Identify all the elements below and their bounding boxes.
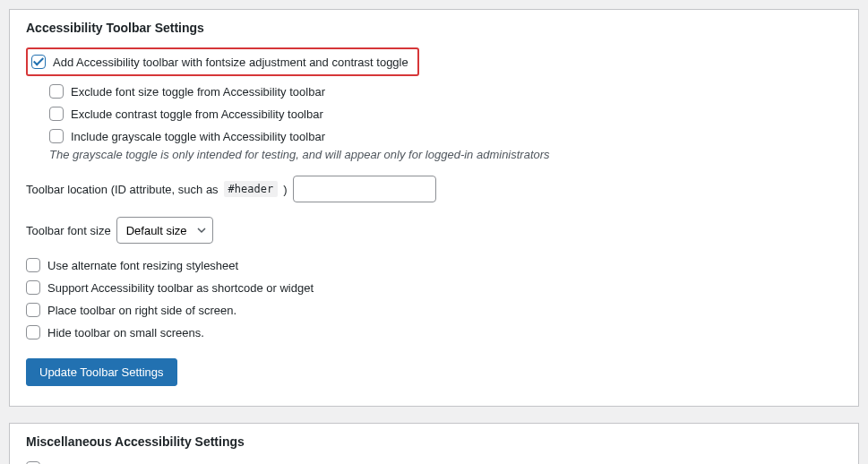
exclude-fontsize-checkbox[interactable]	[49, 84, 64, 99]
panel-title: Miscellaneous Accessibility Settings	[26, 434, 842, 449]
location-label-after: )	[283, 183, 287, 196]
add-toolbar-label[interactable]: Add Accessibility toolbar with fontsize …	[53, 56, 408, 69]
hide-small-label[interactable]: Hide toolbar on small screens.	[47, 326, 204, 339]
highlighted-main-option: Add Accessibility toolbar with fontsize …	[26, 47, 419, 76]
toolbar-fontsize-row: Toolbar font size Default size	[26, 217, 842, 244]
location-code-example: #header	[224, 181, 279, 197]
alternate-resize-checkbox[interactable]	[26, 258, 40, 272]
update-toolbar-settings-button[interactable]: Update Toolbar Settings	[26, 358, 177, 386]
alternate-resize-label[interactable]: Use alternate font resizing stylesheet	[47, 259, 238, 272]
exclude-fontsize-label[interactable]: Exclude font size toggle from Accessibil…	[71, 85, 325, 99]
add-toolbar-checkbox[interactable]	[31, 55, 46, 69]
toolbar-fontsize-select[interactable]: Default size	[116, 217, 213, 244]
exclude-contrast-label[interactable]: Exclude contrast toggle from Accessibili…	[71, 107, 323, 121]
shortcode-support-checkbox[interactable]	[26, 280, 40, 295]
exclude-contrast-checkbox[interactable]	[49, 107, 64, 121]
right-side-checkbox[interactable]	[26, 303, 40, 317]
shortcode-support-label[interactable]: Support Accessibility toolbar as shortco…	[47, 281, 314, 295]
toolbar-fontsize-label: Toolbar font size	[26, 224, 111, 237]
panel-title: Accessibility Toolbar Settings	[26, 21, 842, 35]
toolbar-location-row: Toolbar location (ID attribute, such as …	[26, 176, 842, 202]
hide-small-checkbox[interactable]	[26, 325, 40, 339]
right-side-label[interactable]: Place toolbar on right side of screen.	[47, 304, 236, 317]
include-grayscale-checkbox[interactable]	[49, 129, 64, 143]
toolbar-location-input[interactable]	[293, 176, 436, 202]
grayscale-note: The grayscale toggle is only intended fo…	[49, 148, 842, 161]
accessibility-toolbar-settings-panel: Accessibility Toolbar Settings Add Acces…	[9, 9, 859, 407]
misc-accessibility-settings-panel: Miscellaneous Accessibility Settings Add…	[9, 423, 859, 464]
toolbar-location-label: Toolbar location (ID attribute, such as	[26, 183, 219, 196]
include-grayscale-label[interactable]: Include grayscale toggle with Accessibil…	[71, 130, 325, 143]
